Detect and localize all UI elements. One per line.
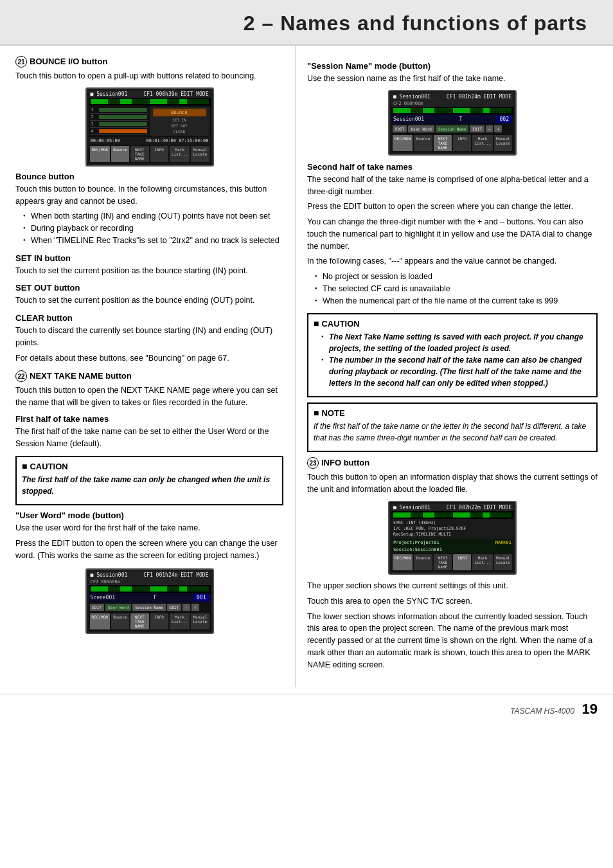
sn-cf: CF1 001h24m EDIT MODE — [447, 94, 511, 100]
clear-section: CLEAR button Touch to discard the curren… — [15, 313, 283, 364]
section-21-label: BOUNCE I/O button — [30, 57, 107, 66]
section-23-p3: Touch this area to open the SYNC T/C scr… — [307, 595, 598, 608]
bounce-screen-top: ■ Session001 CF1 000h39m EDIT MODE — [89, 91, 211, 98]
uw-meters — [89, 585, 211, 593]
sn-cf2: CF2 000h00m — [391, 100, 513, 107]
uw-edit-row: EDIT User Word Session Name EDIT – + — [89, 602, 211, 612]
info-btn[interactable]: INFO — [150, 146, 168, 162]
section-22-number: 22 — [15, 370, 27, 382]
info-locate[interactable]: Manual Locate — [494, 554, 512, 570]
info-rec-mon[interactable]: REC/MON — [393, 554, 413, 570]
uw-mf2 — [120, 586, 132, 592]
info-info-btn[interactable]: INFO — [453, 554, 471, 570]
track-3: 3 — [90, 121, 148, 128]
uw-m1 — [91, 586, 120, 592]
sn-rec-mon[interactable]: REC/MON — [393, 135, 413, 151]
sn-user-word-btn[interactable]: User Word — [408, 125, 434, 132]
bounce-main-btn[interactable]: Bounce — [111, 146, 129, 162]
uw-rec-mon[interactable]: REC/MON — [90, 613, 110, 629]
page-title: 2 – Names and functions of parts — [26, 12, 587, 35]
sn-mf2 — [423, 108, 434, 113]
sn-minus-btn[interactable]: – — [486, 125, 493, 132]
sn-meters — [391, 107, 513, 114]
bounce-time: 00:00:05:00 — [91, 138, 120, 143]
sn-info[interactable]: INFO — [453, 135, 471, 151]
sn-plus-btn[interactable]: + — [494, 125, 502, 132]
session-name-title: "Session Name" mode (button) — [307, 61, 598, 71]
info-top: ■ Session001 CF1 002h22m EDIT MODE — [391, 504, 513, 511]
first-half-title: First half of take names — [15, 414, 283, 424]
info-mark-btn[interactable]: Mark List... — [472, 554, 492, 570]
uw-locate[interactable]: Manual Locate — [191, 613, 209, 629]
sn-next-take[interactable]: NEXT TAKE NAME — [434, 135, 452, 151]
uw-session: ■ Session001 — [91, 572, 128, 578]
track-2: 2 — [90, 114, 148, 121]
rec-mon-btn[interactable]: REC/MON — [90, 146, 110, 162]
uw-edit2-btn[interactable]: EDIT — [167, 604, 181, 611]
sn-mark[interactable]: Mark List... — [472, 135, 492, 151]
second-half-p3: You can change the three-digit number wi… — [307, 216, 598, 252]
uw-plus-btn[interactable]: + — [191, 604, 199, 611]
locate-btn[interactable]: Manual Locate — [191, 146, 209, 162]
sn-locate[interactable]: Manual Locate — [494, 135, 512, 151]
sn-top: ■ Session001 CF1 001h24m EDIT MODE — [391, 93, 513, 100]
bounce-meters — [89, 98, 211, 105]
mark-btn[interactable]: Mark List... — [170, 146, 190, 162]
right-column: "Session Name" mode (button) Use the ses… — [296, 46, 613, 687]
second-half-p4: In the following cases, "---" appears an… — [307, 255, 598, 267]
second-half-title: Second half of take names — [307, 162, 598, 172]
uw-mf4 — [179, 586, 186, 592]
info-bounce[interactable]: Bounce — [414, 554, 432, 570]
bounce-screen: ■ Session001 CF1 000h39m EDIT MODE 1 2 3… — [85, 87, 214, 167]
set-in-label: SET IN — [151, 117, 208, 123]
user-word-title: "User Word" mode (button) — [15, 511, 283, 520]
sn-edit2-btn[interactable]: EDIT — [470, 125, 484, 132]
bounce-track-area: 1 2 3 4 Bounce SET IN SET OUT CLEAR — [89, 105, 211, 137]
uw-mark[interactable]: Mark List... — [170, 613, 190, 629]
uw-bounce[interactable]: Bounce — [111, 613, 129, 629]
second-half-bullet-2: The selected CF card is unavailable — [315, 283, 598, 295]
info-mf2 — [423, 512, 434, 518]
bounce-button-title: Bounce button — [15, 172, 283, 181]
sn-session-name-btn[interactable]: Session Name — [436, 125, 468, 132]
footer-brand: TASCAM HS-4000 — [510, 707, 574, 716]
sn-mf4 — [483, 108, 490, 113]
set-in-desc: Touch to set the current position as the… — [15, 265, 283, 277]
note-box: NOTE If the first half of the take name … — [307, 402, 598, 452]
sn-m2 — [423, 108, 452, 113]
bounce-time-row: 00:00:05:00 00:01:30:00 07:15:00:00 — [89, 137, 211, 145]
info-m3 — [453, 512, 482, 518]
uw-minus-btn[interactable]: – — [182, 604, 190, 611]
sn-letter: T — [459, 116, 462, 122]
bounce-btn[interactable]: Bounce — [153, 109, 206, 116]
track-1: 1 — [90, 107, 148, 114]
sn-bounce[interactable]: Bounce — [414, 135, 432, 151]
uw-edit-btn[interactable]: EDIT — [90, 604, 104, 611]
user-word-screen: ■ Session001 CF1 001h24m EDIT MODE CF2 0… — [85, 568, 214, 634]
uw-next-take[interactable]: NEXT TAKE NAME — [130, 613, 148, 629]
next-take-btn[interactable]: NEXT TAKE NAME — [130, 146, 148, 162]
info-m2 — [423, 512, 452, 518]
uw-mf3 — [150, 586, 167, 592]
sn-take-num: 002 — [497, 116, 511, 123]
section-21-title: 21 BOUNCE I/O button — [15, 56, 283, 68]
caution-right-bullet-2: The number in the second half of the tak… — [321, 354, 591, 389]
uw-letter: T — [153, 595, 156, 601]
uw-session-name-btn[interactable]: Session Name — [132, 604, 165, 611]
page-header: 2 – Names and functions of parts — [0, 0, 613, 46]
set-out-title: SET OUT button — [15, 283, 283, 293]
info-mf4 — [483, 512, 490, 518]
session-name-screen: ■ Session001 CF1 001h24m EDIT MODE CF2 0… — [388, 90, 517, 156]
sn-edit-btn[interactable]: EDIT — [393, 125, 407, 132]
uw-cf: CF1 001h24m EDIT MODE — [143, 572, 208, 578]
info-next-take[interactable]: NEXT TAKE NAME — [434, 554, 452, 570]
footer-page: 19 — [582, 701, 598, 717]
section-23-label: INFO button — [321, 458, 369, 467]
bounce-button-section: Bounce button Touch this button to bounc… — [15, 172, 283, 247]
section-23-desc: Touch this button to open an information… — [307, 471, 598, 496]
uw-info[interactable]: INFO — [150, 613, 168, 629]
section-21: 21 BOUNCE I/O button Touch this button t… — [15, 56, 283, 364]
sn-m4 — [483, 108, 511, 113]
sn-button-row: REC/MON Bounce NEXT TAKE NAME INFO Mark … — [391, 134, 513, 152]
uw-user-word-btn[interactable]: User Word — [105, 604, 132, 611]
